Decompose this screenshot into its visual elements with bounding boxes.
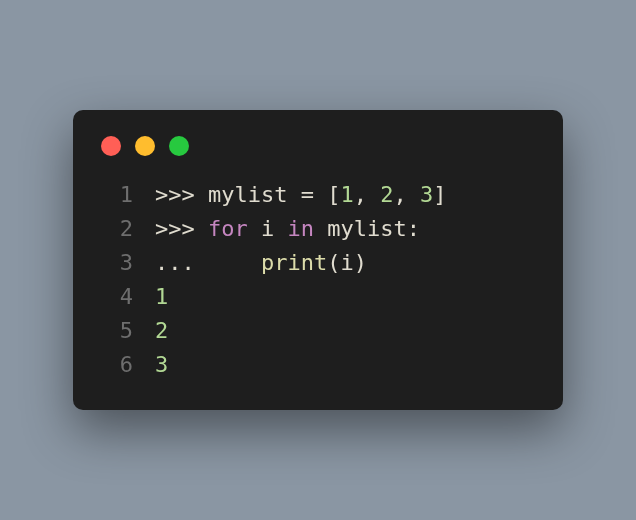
- zoom-dot[interactable]: [169, 136, 189, 156]
- token: 2: [155, 318, 168, 343]
- line-number: 1: [101, 178, 133, 212]
- line-number: 4: [101, 280, 133, 314]
- token: (: [327, 250, 340, 275]
- code-line: 2>>> for i in mylist:: [73, 212, 563, 246]
- token: [: [327, 182, 340, 207]
- minimize-dot[interactable]: [135, 136, 155, 156]
- token: >>>: [155, 182, 208, 207]
- token: ,: [354, 182, 381, 207]
- token: =: [301, 182, 328, 207]
- code-block: 1>>> mylist = [1, 2, 3]2>>> for i in myl…: [73, 178, 563, 383]
- token: i: [340, 250, 353, 275]
- token: i: [261, 216, 288, 241]
- token: in: [287, 216, 327, 241]
- token: ): [354, 250, 367, 275]
- token: mylist: [327, 216, 406, 241]
- line-number: 2: [101, 212, 133, 246]
- line-content: >>> mylist = [1, 2, 3]: [155, 178, 446, 212]
- window-titlebar: [73, 136, 563, 178]
- token: ]: [433, 182, 446, 207]
- token: :: [407, 216, 420, 241]
- token: for: [208, 216, 261, 241]
- token: 1: [340, 182, 353, 207]
- code-line: 41: [73, 280, 563, 314]
- line-content: 2: [155, 314, 168, 348]
- token: 2: [380, 182, 393, 207]
- token: 3: [155, 352, 168, 377]
- token: print: [261, 250, 327, 275]
- code-line: 1>>> mylist = [1, 2, 3]: [73, 178, 563, 212]
- line-number: 6: [101, 348, 133, 382]
- line-content: 3: [155, 348, 168, 382]
- line-content: 1: [155, 280, 168, 314]
- close-dot[interactable]: [101, 136, 121, 156]
- code-line: 52: [73, 314, 563, 348]
- token: 3: [420, 182, 433, 207]
- code-line: 63: [73, 348, 563, 382]
- line-content: >>> for i in mylist:: [155, 212, 420, 246]
- line-number: 3: [101, 246, 133, 280]
- token: ...: [155, 250, 261, 275]
- token: ,: [393, 182, 420, 207]
- line-content: ... print(i): [155, 246, 367, 280]
- code-window: 1>>> mylist = [1, 2, 3]2>>> for i in myl…: [73, 110, 563, 411]
- token: 1: [155, 284, 168, 309]
- token: >>>: [155, 216, 208, 241]
- token: mylist: [208, 182, 301, 207]
- line-number: 5: [101, 314, 133, 348]
- code-line: 3... print(i): [73, 246, 563, 280]
